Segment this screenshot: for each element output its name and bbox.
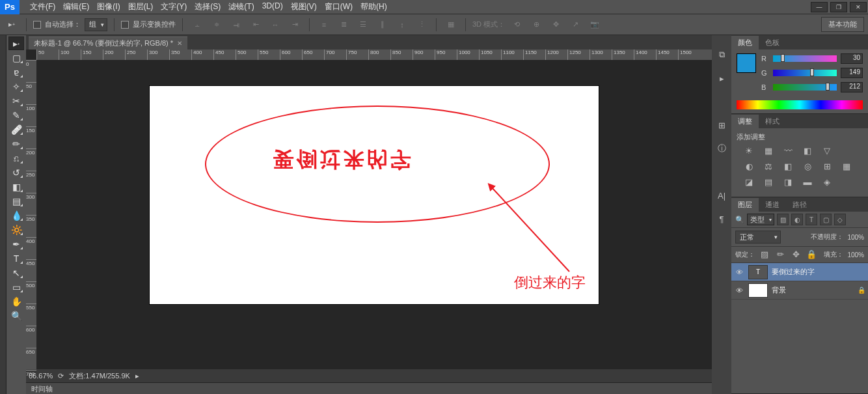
pen-tool[interactable]: ✒ (8, 237, 24, 251)
lock-pixels-icon[interactable]: ✏ (774, 249, 786, 260)
vibrance-icon[interactable]: ▽ (821, 146, 833, 156)
refresh-icon[interactable]: ⟳ (58, 372, 64, 380)
eraser-tool[interactable]: ◧ (8, 180, 24, 193)
crop-tool[interactable]: ✂ (8, 94, 24, 107)
g-value[interactable]: 149 (841, 68, 863, 78)
menu-item[interactable]: 文字(Y) (157, 1, 191, 12)
filter-smart-icon[interactable]: ◇ (834, 214, 846, 225)
filter-type-dropdown[interactable]: 类型 (747, 214, 774, 225)
menu-item[interactable]: 图像(I) (93, 1, 124, 12)
r-value[interactable]: 30 (841, 53, 863, 64)
balance-icon[interactable]: ⚖ (763, 162, 774, 172)
document-tab[interactable]: 未标题-1 @ 66.7% (要倒过来的字, RGB/8) * ✕ (29, 36, 187, 49)
color-lookup-icon[interactable]: ▦ (841, 162, 852, 172)
timeline-tab[interactable]: 时间轴 (26, 382, 712, 394)
doc-info[interactable]: 文档:1.47M/255.9K (69, 371, 130, 381)
lock-all-icon[interactable]: 🔒 (806, 249, 817, 260)
menu-item[interactable]: 视图(V) (287, 1, 321, 12)
menu-item[interactable]: 文件(F) (26, 1, 59, 12)
dodge-tool[interactable]: 🔆 (8, 223, 24, 236)
color-tab[interactable]: 颜色 (731, 36, 759, 49)
menu-item[interactable]: 滤镜(T) (224, 1, 258, 12)
channels-tab[interactable]: 通道 (759, 198, 786, 212)
lasso-tool[interactable]: ɐ (8, 65, 24, 79)
curves-icon[interactable]: 〰 (782, 146, 794, 156)
filter-adjust-icon[interactable]: ◐ (791, 214, 803, 225)
menu-item[interactable]: 窗口(W) (321, 1, 357, 12)
blend-mode-dropdown[interactable]: 正常 (735, 231, 781, 244)
brightness-icon[interactable]: ☀ (743, 146, 755, 156)
layer-thumb[interactable] (748, 283, 768, 298)
posterize-icon[interactable]: ▤ (763, 177, 774, 188)
levels-icon[interactable]: ▦ (763, 146, 774, 156)
hue-icon[interactable]: ◐ (743, 162, 755, 172)
type-tool[interactable]: T (8, 251, 24, 265)
menu-item[interactable]: 帮助(H) (357, 1, 391, 12)
paths-tab[interactable]: 路径 (786, 198, 813, 212)
minimize-button[interactable]: — (811, 2, 828, 12)
layer-thumb[interactable]: T (748, 265, 768, 279)
layer-row[interactable]: 👁背景🔒 (731, 281, 868, 300)
zoom-tool[interactable]: 🔍 (8, 309, 24, 322)
close-button[interactable]: ✕ (850, 2, 867, 12)
history-brush-tool[interactable]: ↺ (8, 165, 24, 179)
eyedropper-tool[interactable]: ✎ (8, 108, 24, 122)
photo-filter-icon[interactable]: ◎ (802, 162, 813, 172)
healing-brush-tool[interactable]: 🩹 (8, 122, 24, 136)
shape-tool[interactable]: ▭ (8, 280, 24, 294)
tab-close-icon[interactable]: ✕ (177, 40, 182, 47)
b-slider[interactable] (773, 84, 837, 91)
canvas[interactable]: 要倒过来的字 倒过来的字 (150, 86, 599, 304)
character-panel-icon[interactable]: A| (715, 189, 728, 202)
info-panel-icon[interactable]: ⓘ (715, 142, 728, 155)
flipped-text-layer[interactable]: 要倒过来的字 (273, 145, 414, 173)
workspace-switcher[interactable]: 基本功能 (821, 17, 864, 32)
foreground-color-swatch[interactable] (737, 53, 756, 73)
swatches-tab[interactable]: 色板 (759, 36, 786, 49)
menu-item[interactable]: 3D(D) (258, 1, 287, 12)
bw-icon[interactable]: ◧ (782, 162, 794, 172)
menu-item[interactable]: 图层(L) (124, 1, 157, 12)
filter-pixel-icon[interactable]: ▨ (777, 214, 789, 225)
paragraph-panel-icon[interactable]: ¶ (715, 212, 728, 225)
auto-select-dropdown[interactable]: 组 (85, 18, 107, 31)
lock-position-icon[interactable]: ✥ (790, 249, 802, 260)
properties-panel-icon[interactable]: ⊞ (715, 119, 728, 132)
color-spectrum[interactable] (737, 100, 863, 109)
fill-value[interactable]: 100% (847, 251, 864, 259)
brush-tool[interactable]: ✏ (8, 137, 24, 150)
exposure-icon[interactable]: ◧ (802, 146, 813, 156)
gradient-tool[interactable]: ▤ (8, 194, 24, 208)
hand-tool[interactable]: ✋ (8, 294, 24, 308)
menu-item[interactable]: 选择(S) (191, 1, 224, 12)
visibility-icon[interactable]: 👁 (734, 287, 744, 294)
opacity-value[interactable]: 100% (847, 234, 864, 241)
history-panel-icon[interactable]: ⧉ (715, 48, 728, 61)
r-slider[interactable] (773, 55, 837, 62)
selective-color-icon[interactable]: ◈ (821, 177, 833, 188)
channel-mixer-icon[interactable]: ⊞ (821, 162, 833, 172)
g-slider[interactable] (773, 70, 837, 76)
filter-type-icon[interactable]: T (806, 214, 817, 225)
visibility-icon[interactable]: 👁 (734, 268, 744, 276)
marquee-tool[interactable]: ▢ (8, 51, 24, 64)
magic-wand-tool[interactable]: ✧ (8, 79, 24, 93)
move-tool-icon[interactable]: ▸+ (4, 17, 20, 33)
styles-tab[interactable]: 样式 (759, 115, 786, 128)
adjustments-tab[interactable]: 调整 (731, 115, 759, 128)
show-transform-checkbox[interactable] (121, 21, 129, 29)
layer-row[interactable]: 👁T要倒过来的字 (731, 263, 868, 281)
canvas-viewport[interactable]: 要倒过来的字 倒过来的字 (36, 60, 712, 369)
menu-item[interactable]: 编辑(E) (59, 1, 93, 12)
blur-tool[interactable]: 💧 (8, 208, 24, 222)
left-dock-strip[interactable] (0, 35, 7, 394)
move-tool[interactable]: ▸+ (8, 36, 24, 50)
invert-icon[interactable]: ◪ (743, 177, 755, 188)
lock-transparent-icon[interactable]: ▨ (759, 249, 770, 260)
auto-select-checkbox[interactable] (33, 21, 41, 29)
clone-stamp-tool[interactable]: ⎌ (8, 151, 24, 165)
layers-tab[interactable]: 图层 (731, 198, 759, 212)
threshold-icon[interactable]: ◨ (782, 177, 794, 188)
maximize-button[interactable]: ❐ (830, 2, 847, 12)
filter-shape-icon[interactable]: ▢ (820, 214, 832, 225)
